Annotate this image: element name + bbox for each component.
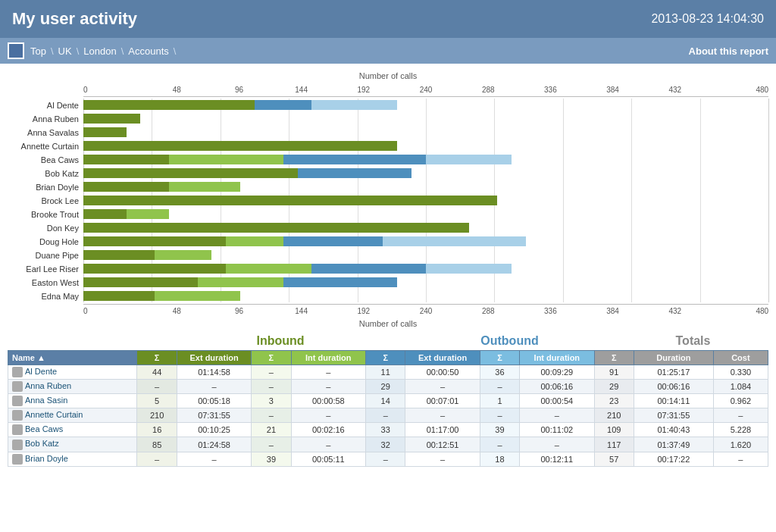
bar-segment	[83, 182, 169, 192]
table-row: Bob Katz8501:24:58––3200:12:51––11701:37…	[8, 437, 768, 452]
name-text[interactable]: Anna Ruben	[25, 381, 71, 390]
totals-title: Totals	[618, 334, 768, 348]
chart-row-label: Duane Pipe	[8, 251, 79, 260]
table-cell: 210	[594, 408, 634, 423]
table-cell: 00:12:51	[405, 437, 480, 452]
table-cell: 1	[480, 394, 519, 408]
table-cell: 1.620	[713, 437, 768, 452]
table-cell: –	[137, 452, 177, 466]
page-header: My user activity 2013-08-23 14:04:30	[0, 0, 776, 38]
bar-segment	[83, 100, 255, 110]
table-cell: –	[177, 452, 251, 466]
table-cell: 01:17:00	[405, 423, 480, 437]
table-section-titles: Inbound Outbound Totals	[8, 334, 768, 348]
table-cell: 39	[252, 452, 291, 466]
table-cell: 23	[594, 394, 634, 408]
name-text[interactable]: Al Dente	[25, 367, 57, 376]
bar-segment	[155, 291, 240, 301]
table-cell: –	[137, 380, 177, 394]
name-text[interactable]: Annette Curtain	[25, 410, 83, 419]
bar-segment	[383, 236, 525, 246]
bar-segment	[311, 264, 426, 274]
name-cell: Bea Caws	[8, 423, 137, 437]
table-cell: 00:12:11	[520, 452, 594, 466]
chart-row-label: Brock Lee	[8, 196, 79, 205]
table-cell: 00:00:50	[405, 365, 480, 380]
avatar	[12, 381, 23, 392]
table-cell: –	[291, 437, 365, 452]
table-cell: –	[405, 452, 480, 466]
table-cell: 39	[480, 423, 519, 437]
avatar	[12, 440, 23, 450]
bar-segment	[255, 100, 311, 110]
bar-segment	[83, 236, 226, 246]
table-cell: 00:17:22	[634, 452, 713, 466]
table-cell: –	[365, 408, 405, 423]
table-cell: 01:40:43	[634, 423, 713, 437]
name-text[interactable]: Bob Katz	[25, 439, 59, 448]
col-ib-sigma: Σ	[137, 351, 177, 365]
name-text[interactable]: Bea Caws	[25, 424, 63, 433]
table-cell: 07:31:55	[177, 408, 251, 423]
chart-row: Anna Ruben	[83, 112, 768, 125]
chart-row-label: Don Key	[8, 224, 79, 233]
table-cell: –	[291, 380, 365, 394]
bar-segment	[83, 127, 127, 137]
bar-segment	[311, 100, 397, 110]
chart-row: Brooke Trout	[83, 208, 768, 221]
bar-segment	[83, 209, 127, 219]
bar-segment	[426, 264, 512, 274]
chart-title: Number of calls	[8, 71, 768, 80]
table-cell: 00:06:16	[634, 380, 713, 394]
bar-segment	[283, 236, 383, 246]
chart-row: Doug Hole	[83, 235, 768, 248]
name-text[interactable]: Anna Sasin	[25, 396, 67, 405]
breadcrumb-uk[interactable]: UK	[58, 45, 72, 57]
name-text[interactable]: Brian Doyle	[25, 454, 68, 463]
activity-table: Name ▲ Σ Ext duration Σ Int duration Σ E…	[8, 350, 768, 467]
table-cell: 00:05:18	[177, 394, 251, 408]
table-cell: –	[713, 408, 768, 423]
col-ob-sigma: Σ	[365, 351, 405, 365]
col-ob-ext: Ext duration	[405, 351, 480, 365]
table-cell: 109	[594, 423, 634, 437]
name-cell: Bob Katz	[8, 437, 137, 452]
chart-row-label: Al Dente	[8, 101, 79, 110]
chart-row: Al Dente	[83, 99, 768, 111]
bar-segment	[169, 182, 240, 192]
chart-row: Anna Savalas	[83, 126, 768, 139]
table-cell: 32	[365, 437, 405, 452]
bar-segment	[83, 291, 155, 301]
table-cell: –	[291, 365, 365, 380]
chart-row-label: Anna Savalas	[8, 128, 79, 137]
bar-segment	[283, 155, 426, 164]
header-datetime: 2013-08-23 14:04:30	[651, 12, 764, 26]
table-row: Anna Ruben––––29––00:06:162900:06:161.08…	[8, 380, 768, 394]
bar-segment	[83, 196, 497, 205]
table-row: Bea Caws1600:10:252100:02:163301:17:0039…	[8, 423, 768, 437]
table-cell: 00:10:25	[177, 423, 251, 437]
name-cell: Anna Ruben	[8, 380, 137, 394]
table-cell: 07:31:55	[634, 408, 713, 423]
chart-row-label: Anna Ruben	[8, 114, 79, 124]
chart-row-label: Brooke Trout	[8, 210, 79, 219]
chart-row: Duane Pipe	[83, 249, 768, 261]
breadcrumb-accounts[interactable]: Accounts	[128, 45, 168, 57]
table-cell: 21	[252, 423, 291, 437]
avatar	[12, 410, 23, 421]
table-cell: –	[520, 437, 594, 452]
col-name[interactable]: Name ▲	[8, 351, 137, 365]
about-report-button[interactable]: About this report	[689, 45, 768, 57]
bar-segment	[155, 250, 211, 260]
breadcrumb: Top \ UK \ London \ Accounts \	[8, 42, 177, 59]
breadcrumb-london[interactable]: London	[83, 45, 116, 57]
nav-icon	[8, 42, 24, 59]
table-row: Al Dente4401:14:58––1100:00:503600:09:29…	[8, 365, 768, 380]
breadcrumb-top[interactable]: Top	[30, 45, 46, 57]
table-cell: 00:07:01	[405, 394, 480, 408]
chart-section: Number of calls 0 48 96 144 192 240 288 …	[0, 64, 776, 328]
table-cell: –	[291, 408, 365, 423]
bar-segment	[127, 209, 170, 219]
table-cell: 01:24:58	[177, 437, 251, 452]
name-cell: Brian Doyle	[8, 452, 137, 466]
